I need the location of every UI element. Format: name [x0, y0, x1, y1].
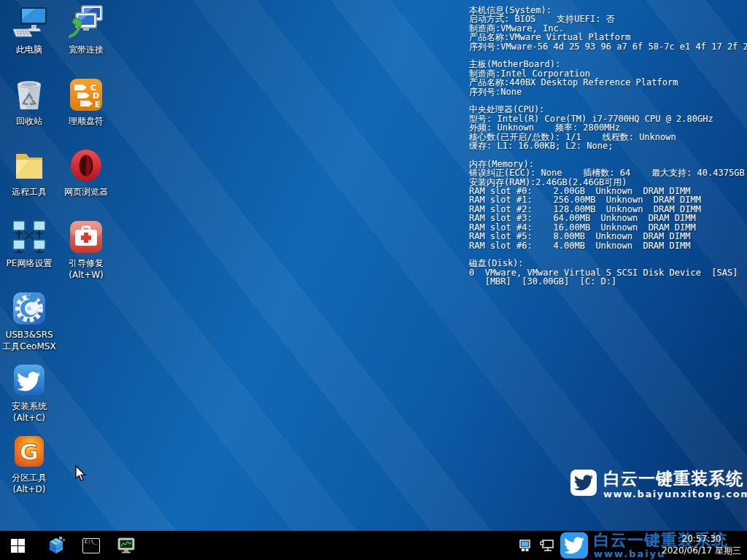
desktop-icon-partition-tool[interactable]: G 分区工具 (Alt+D): [1, 432, 58, 495]
sysinfo-motherboard: 主板(MotherBoard): 制造商:Intel Corporation 产…: [469, 60, 745, 96]
cmd-prompt-text: C:\_: [85, 540, 97, 545]
desktop-icon-label: 此电脑: [1, 44, 58, 55]
taskbar: C:\_: [0, 531, 747, 560]
network-tray-icon[interactable]: [539, 537, 555, 553]
network-diagram-icon: [10, 218, 48, 256]
system-tray: [516, 531, 557, 560]
taskbar-app-hw-monitor[interactable]: [109, 531, 144, 560]
desktop-icon-boot-repair[interactable]: 引导修复 (Alt+W): [58, 218, 115, 281]
hardware-monitor-icon: [117, 536, 136, 555]
taskbar-clock[interactable]: 20:57:30 2020/06/17 星期三: [662, 533, 741, 556]
clock-date: 2020/06/17 星期三: [662, 545, 741, 556]
desktop-icon-label: PE网络设置: [1, 257, 58, 269]
desktop-icon-label2: 工具CeoMSX: [1, 341, 58, 352]
drive-letters-icon: C D E: [67, 76, 105, 114]
gear-swirl-icon: [10, 289, 48, 327]
system-info-overlay: 本机信息(System): 启动方式: BIOS 支持UEFI: 否 制造商:V…: [469, 6, 745, 295]
desktop-icon-install-system[interactable]: 安装系统 (Alt+C): [1, 361, 58, 424]
brand-title: 白云一键重装系统: [603, 470, 747, 487]
desktop-icon-label: 网页浏览器: [58, 186, 115, 198]
clock-time: 20:57:30: [662, 533, 741, 545]
bird-icon: [10, 361, 48, 399]
folder-icon: [10, 147, 48, 184]
command-prompt-icon: C:\_: [82, 538, 100, 553]
desktop-icon-label2: (Alt+W): [58, 269, 115, 281]
sysinfo-memory: 内存(Memory): 错误纠正(ECC): None 插槽数: 64 最大支持…: [469, 160, 745, 250]
mouse-cursor: [74, 465, 88, 483]
desktop-icon-label: 引导修复: [58, 257, 115, 269]
desktop-icon-label: 安装系统: [1, 400, 58, 412]
blue-cube-icon: [47, 536, 66, 555]
desktop-icon-usb3-srs-tool[interactable]: USB3&SRS 工具CeoMSX: [1, 289, 58, 352]
broadband-connection-icon: [67, 4, 105, 42]
desktop-icon-this-pc[interactable]: 此电脑: [1, 4, 58, 55]
desktop-icon-label: USB3&SRS: [1, 329, 58, 341]
sysinfo-disk: 磁盘(Disk): 0 VMware, VMware Virtual S SCS…: [469, 259, 745, 286]
brand-watermark: 白云一键重装系统 www.baiyunxitong.com: [570, 470, 747, 499]
drive-letter-e: E: [95, 100, 101, 109]
sysinfo-system: 本机信息(System): 启动方式: BIOS 支持UEFI: 否 制造商:V…: [469, 6, 745, 51]
first-aid-kit-icon: [67, 218, 105, 256]
desktop-icon-remote-tools[interactable]: 远程工具: [1, 147, 58, 198]
start-button[interactable]: [0, 531, 35, 560]
computer-icon: [10, 4, 48, 42]
desktop-icon-label2: (Alt+C): [1, 412, 58, 424]
desktop-icon-broadband[interactable]: 宽带连接: [58, 4, 115, 55]
taskbar-app-pe-tools[interactable]: [39, 531, 74, 560]
desktop-icon-drive-letters[interactable]: C D E 理顺盘符: [58, 76, 115, 127]
taskbar-app-cmd[interactable]: C:\_: [74, 531, 109, 560]
desktop-icon-recycle-bin[interactable]: 回收站: [1, 76, 58, 127]
desktop-icon-pe-network-settings[interactable]: PE网络设置: [1, 218, 58, 269]
desktop-icon-label: 回收站: [1, 115, 58, 127]
brand-bird-logo: [570, 470, 597, 496]
desktop-icon-label: 远程工具: [1, 186, 58, 198]
desktop-icon-label: 宽带连接: [58, 44, 115, 55]
opera-browser-icon: [67, 147, 105, 184]
diskgenius-letter: G: [20, 438, 39, 466]
diskgenius-icon: G: [10, 432, 48, 470]
taskbar-brand-bird-logo: [560, 532, 588, 559]
recycle-bin-icon: [10, 76, 48, 114]
desktop: 此电脑 宽带连接: [0, 0, 747, 560]
desktop-icon-label: 理顺盘符: [58, 115, 115, 127]
windows-logo-icon: [11, 539, 25, 553]
sysinfo-cpu: 中央处理器(CPU): 型号: Intel(R) Core(TM) i7-770…: [469, 105, 745, 150]
brand-url: www.baiyunxitong.com: [603, 489, 747, 499]
desktop-icon-label: 分区工具: [1, 472, 58, 483]
desktop-icon-label2: (Alt+D): [1, 483, 58, 495]
desktop-icon-web-browser[interactable]: 网页浏览器: [58, 147, 115, 198]
display-settings-tray-icon[interactable]: [519, 537, 535, 553]
